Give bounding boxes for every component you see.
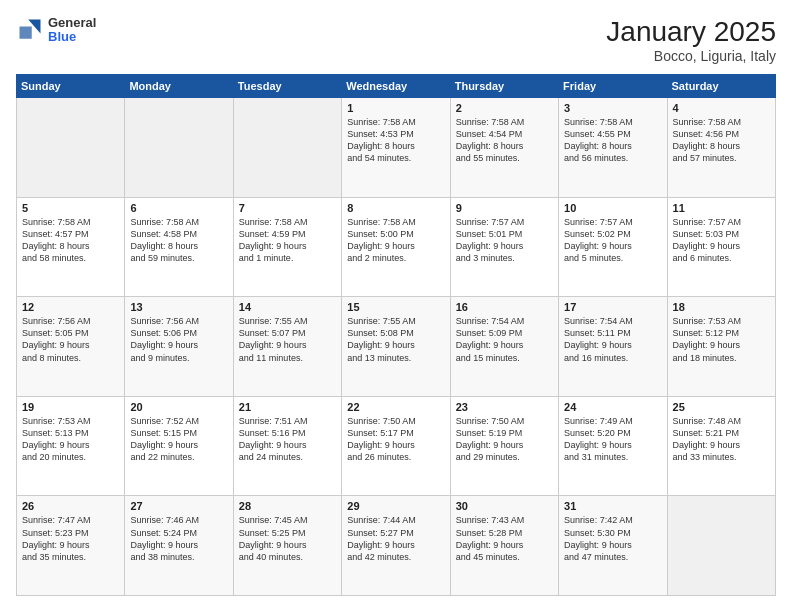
week-row-3: 12Sunrise: 7:56 AM Sunset: 5:05 PM Dayli… [17,297,776,397]
day-cell: 7Sunrise: 7:58 AM Sunset: 4:59 PM Daylig… [233,197,341,297]
calendar-header: SundayMondayTuesdayWednesdayThursdayFrid… [17,75,776,98]
day-number: 1 [347,102,444,114]
day-number: 30 [456,500,553,512]
day-cell: 2Sunrise: 7:58 AM Sunset: 4:54 PM Daylig… [450,98,558,198]
day-number: 20 [130,401,227,413]
cell-text: Sunrise: 7:47 AM Sunset: 5:23 PM Dayligh… [22,514,119,563]
day-cell: 14Sunrise: 7:55 AM Sunset: 5:07 PM Dayli… [233,297,341,397]
col-header-saturday: Saturday [667,75,775,98]
day-cell: 26Sunrise: 7:47 AM Sunset: 5:23 PM Dayli… [17,496,125,596]
day-cell: 30Sunrise: 7:43 AM Sunset: 5:28 PM Dayli… [450,496,558,596]
day-number: 18 [673,301,770,313]
day-cell: 29Sunrise: 7:44 AM Sunset: 5:27 PM Dayli… [342,496,450,596]
day-number: 11 [673,202,770,214]
day-number: 3 [564,102,661,114]
day-number: 4 [673,102,770,114]
svg-marker-1 [20,27,32,39]
day-cell: 1Sunrise: 7:58 AM Sunset: 4:53 PM Daylig… [342,98,450,198]
day-cell: 12Sunrise: 7:56 AM Sunset: 5:05 PM Dayli… [17,297,125,397]
cell-text: Sunrise: 7:55 AM Sunset: 5:07 PM Dayligh… [239,315,336,364]
day-number: 26 [22,500,119,512]
day-number: 9 [456,202,553,214]
day-number: 21 [239,401,336,413]
day-cell: 20Sunrise: 7:52 AM Sunset: 5:15 PM Dayli… [125,396,233,496]
week-row-1: 1Sunrise: 7:58 AM Sunset: 4:53 PM Daylig… [17,98,776,198]
cell-text: Sunrise: 7:44 AM Sunset: 5:27 PM Dayligh… [347,514,444,563]
col-header-thursday: Thursday [450,75,558,98]
col-header-tuesday: Tuesday [233,75,341,98]
day-number: 19 [22,401,119,413]
day-number: 31 [564,500,661,512]
day-number: 13 [130,301,227,313]
cell-text: Sunrise: 7:58 AM Sunset: 4:56 PM Dayligh… [673,116,770,165]
cell-text: Sunrise: 7:58 AM Sunset: 4:58 PM Dayligh… [130,216,227,265]
day-number: 24 [564,401,661,413]
day-cell: 23Sunrise: 7:50 AM Sunset: 5:19 PM Dayli… [450,396,558,496]
cell-text: Sunrise: 7:48 AM Sunset: 5:21 PM Dayligh… [673,415,770,464]
day-cell: 25Sunrise: 7:48 AM Sunset: 5:21 PM Dayli… [667,396,775,496]
cell-text: Sunrise: 7:50 AM Sunset: 5:19 PM Dayligh… [456,415,553,464]
calendar-title: January 2025 [606,16,776,48]
day-cell: 5Sunrise: 7:58 AM Sunset: 4:57 PM Daylig… [17,197,125,297]
cell-text: Sunrise: 7:42 AM Sunset: 5:30 PM Dayligh… [564,514,661,563]
day-number: 2 [456,102,553,114]
day-cell: 6Sunrise: 7:58 AM Sunset: 4:58 PM Daylig… [125,197,233,297]
day-cell: 8Sunrise: 7:58 AM Sunset: 5:00 PM Daylig… [342,197,450,297]
col-header-friday: Friday [559,75,667,98]
day-number: 23 [456,401,553,413]
day-cell: 13Sunrise: 7:56 AM Sunset: 5:06 PM Dayli… [125,297,233,397]
calendar-subtitle: Bocco, Liguria, Italy [606,48,776,64]
calendar-body: 1Sunrise: 7:58 AM Sunset: 4:53 PM Daylig… [17,98,776,596]
cell-text: Sunrise: 7:58 AM Sunset: 4:59 PM Dayligh… [239,216,336,265]
cell-text: Sunrise: 7:57 AM Sunset: 5:01 PM Dayligh… [456,216,553,265]
week-row-2: 5Sunrise: 7:58 AM Sunset: 4:57 PM Daylig… [17,197,776,297]
cell-text: Sunrise: 7:58 AM Sunset: 5:00 PM Dayligh… [347,216,444,265]
day-cell: 19Sunrise: 7:53 AM Sunset: 5:13 PM Dayli… [17,396,125,496]
logo-blue-text: Blue [48,30,96,44]
day-cell: 27Sunrise: 7:46 AM Sunset: 5:24 PM Dayli… [125,496,233,596]
day-cell: 21Sunrise: 7:51 AM Sunset: 5:16 PM Dayli… [233,396,341,496]
logo-general-text: General [48,16,96,30]
day-cell: 16Sunrise: 7:54 AM Sunset: 5:09 PM Dayli… [450,297,558,397]
day-cell: 10Sunrise: 7:57 AM Sunset: 5:02 PM Dayli… [559,197,667,297]
day-number: 25 [673,401,770,413]
col-header-monday: Monday [125,75,233,98]
day-cell: 31Sunrise: 7:42 AM Sunset: 5:30 PM Dayli… [559,496,667,596]
calendar-table: SundayMondayTuesdayWednesdayThursdayFrid… [16,74,776,596]
header: General Blue January 2025 Bocco, Liguria… [16,16,776,64]
day-cell: 3Sunrise: 7:58 AM Sunset: 4:55 PM Daylig… [559,98,667,198]
cell-text: Sunrise: 7:54 AM Sunset: 5:09 PM Dayligh… [456,315,553,364]
day-cell: 4Sunrise: 7:58 AM Sunset: 4:56 PM Daylig… [667,98,775,198]
day-cell [667,496,775,596]
cell-text: Sunrise: 7:53 AM Sunset: 5:13 PM Dayligh… [22,415,119,464]
day-number: 28 [239,500,336,512]
day-number: 7 [239,202,336,214]
day-cell: 9Sunrise: 7:57 AM Sunset: 5:01 PM Daylig… [450,197,558,297]
cell-text: Sunrise: 7:53 AM Sunset: 5:12 PM Dayligh… [673,315,770,364]
day-number: 8 [347,202,444,214]
cell-text: Sunrise: 7:43 AM Sunset: 5:28 PM Dayligh… [456,514,553,563]
logo: General Blue [16,16,96,45]
page: General Blue January 2025 Bocco, Liguria… [0,0,792,612]
cell-text: Sunrise: 7:52 AM Sunset: 5:15 PM Dayligh… [130,415,227,464]
day-cell: 22Sunrise: 7:50 AM Sunset: 5:17 PM Dayli… [342,396,450,496]
day-number: 29 [347,500,444,512]
cell-text: Sunrise: 7:57 AM Sunset: 5:03 PM Dayligh… [673,216,770,265]
cell-text: Sunrise: 7:46 AM Sunset: 5:24 PM Dayligh… [130,514,227,563]
cell-text: Sunrise: 7:50 AM Sunset: 5:17 PM Dayligh… [347,415,444,464]
cell-text: Sunrise: 7:49 AM Sunset: 5:20 PM Dayligh… [564,415,661,464]
day-number: 12 [22,301,119,313]
day-cell [17,98,125,198]
day-cell: 11Sunrise: 7:57 AM Sunset: 5:03 PM Dayli… [667,197,775,297]
day-cell: 28Sunrise: 7:45 AM Sunset: 5:25 PM Dayli… [233,496,341,596]
title-block: January 2025 Bocco, Liguria, Italy [606,16,776,64]
day-number: 10 [564,202,661,214]
day-cell [233,98,341,198]
day-number: 17 [564,301,661,313]
day-number: 27 [130,500,227,512]
cell-text: Sunrise: 7:58 AM Sunset: 4:54 PM Dayligh… [456,116,553,165]
header-row: SundayMondayTuesdayWednesdayThursdayFrid… [17,75,776,98]
day-number: 15 [347,301,444,313]
cell-text: Sunrise: 7:57 AM Sunset: 5:02 PM Dayligh… [564,216,661,265]
day-number: 5 [22,202,119,214]
